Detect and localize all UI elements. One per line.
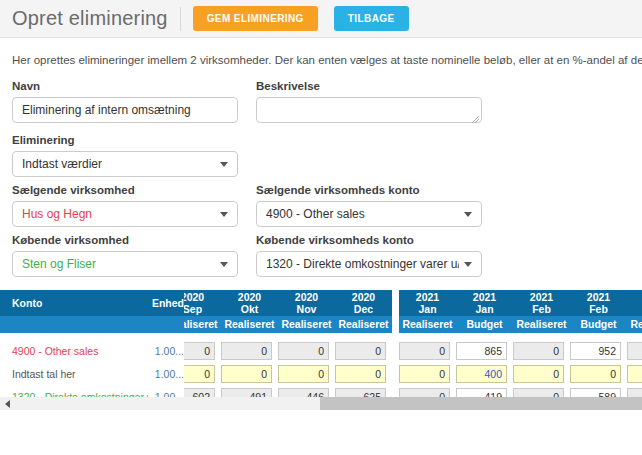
column-type-subheader: Realiseret (335, 316, 392, 333)
editable-value-cell[interactable]: 0 (399, 365, 450, 383)
buying-company-label: Købende virksomhed (12, 234, 238, 246)
month-column: 2021FebRealiseret000 (513, 290, 570, 411)
page-title: Opret eliminering (12, 7, 168, 30)
buying-account-label: Købende virksomheds konto (256, 234, 482, 246)
horizontal-scrollbar[interactable] (0, 397, 642, 410)
konto-column-header: Konto (0, 290, 148, 316)
month-column-header: 2021Jan (399, 290, 456, 316)
elimination-form: Navn Beskrivelse Eliminering Indtast vær (0, 80, 642, 277)
buying-company-select[interactable]: Sten og Fliser (12, 251, 238, 277)
resize-grip-icon (471, 115, 480, 124)
row-account-label: Indtast tal her (0, 365, 148, 383)
row-enhed-value: 1.00... (148, 342, 184, 360)
value-cell[interactable]: 865 (456, 342, 507, 360)
editable-value-cell[interactable]: 400 (456, 365, 507, 383)
selling-company-select[interactable]: Hus og Hegn (12, 201, 238, 227)
save-elimination-button[interactable]: GEM ELIMINERING (193, 6, 318, 31)
month-column-header: 2020Sep (184, 290, 221, 316)
back-button[interactable]: TILBAGE (334, 6, 409, 31)
description-textarea[interactable] (256, 97, 482, 123)
column-type-subheader: Realiseret (184, 316, 221, 333)
month-column: 2021JanRealiseret000 (399, 290, 456, 411)
name-label: Navn (12, 80, 238, 92)
month-column: 2020DecRealiseret00625 (335, 290, 392, 411)
scrollbar-thumb[interactable] (320, 397, 642, 410)
selling-account-select[interactable]: 4900 - Other sales (256, 201, 482, 227)
table-scroll-viewport[interactable]: 2020SepRealiseret006022020OktRealiseret0… (184, 290, 642, 411)
value-cell: 0 (335, 342, 386, 360)
buying-company-value: Sten og Fliser (22, 257, 96, 271)
description-field-group: Beskrivelse (256, 80, 482, 127)
buying-account-select[interactable]: 1320 - Direkte omkostninger varer u/moms… (256, 251, 482, 277)
month-column: 2021FebBudget9520589 (570, 290, 627, 411)
selling-account-group: Sælgende virksomheds konto 4900 - Other … (256, 184, 482, 227)
enhed-subheader (148, 316, 184, 333)
month-column-header: 2020Dec (335, 290, 392, 316)
month-column-header: 2021Feb (513, 290, 570, 316)
column-type-subheader: Realiseret (627, 316, 642, 333)
column-type-subheader: Realiseret (278, 316, 335, 333)
scroll-left-icon[interactable] (5, 400, 10, 408)
intro-text: Her oprettes elimineringer imellem 2 vir… (0, 38, 642, 80)
editable-value-cell[interactable]: 0 (221, 365, 272, 383)
selling-company-label: Sælgende virksomhed (12, 184, 238, 196)
selling-account-label: Sælgende virksomheds konto (256, 184, 482, 196)
month-column-header: 2021Jan (456, 290, 513, 316)
chevron-down-icon (220, 162, 228, 167)
month-column: Realiseret (627, 290, 642, 411)
page: Opret eliminering GEM ELIMINERING TILBAG… (0, 0, 642, 455)
chevron-down-icon (220, 212, 228, 217)
month-column: 2020NovRealiseret00446 (278, 290, 335, 411)
chevron-down-icon (464, 262, 472, 267)
buying-account-group: Købende virksomheds konto 1320 - Direkte… (256, 234, 482, 277)
value-cell: 0 (399, 342, 450, 360)
editable-value-cell[interactable]: 0 (278, 365, 329, 383)
column-type-subheader: Budget (456, 316, 513, 333)
month-column-header: 2020Nov (278, 290, 335, 316)
month-column-header: 2021Feb (570, 290, 627, 316)
editable-value-cell[interactable]: 0 (335, 365, 386, 383)
column-type-subheader: Realiseret (221, 316, 278, 333)
selling-account-value: 4900 - Other sales (266, 207, 365, 221)
value-cell: 0 (221, 342, 272, 360)
value-cell: 0 (184, 342, 215, 360)
elimination-type-value: Indtast værdier (22, 157, 102, 171)
description-label: Beskrivelse (256, 80, 482, 92)
row-account-label: 4900 - Other sales (0, 342, 148, 360)
editable-value-cell[interactable]: 0 (184, 365, 215, 383)
month-column: 2020OktRealiseret00491 (221, 290, 278, 411)
name-field-group: Navn (12, 80, 238, 127)
name-input[interactable] (12, 97, 238, 123)
elimination-table: Konto 4900 - Other salesIndtast tal her1… (0, 290, 642, 411)
chevron-down-icon (220, 262, 228, 267)
month-column-header: 2020Okt (221, 290, 278, 316)
column-type-subheader: Realiseret (399, 316, 456, 333)
selling-company-group: Sælgende virksomhed Hus og Hegn (12, 184, 238, 227)
value-cell: 0 (278, 342, 329, 360)
elimination-type-label: Eliminering (12, 134, 238, 146)
value-cell: 0 (513, 342, 564, 360)
enhed-column: Enhed 1.00...1.00...1.00... (148, 290, 184, 411)
editable-value-cell[interactable]: 0 (513, 365, 564, 383)
column-type-subheader: Realiseret (513, 316, 570, 333)
value-cell (627, 342, 642, 360)
konto-column: Konto 4900 - Other salesIndtast tal her1… (0, 290, 148, 411)
enhed-column-header: Enhed (148, 290, 184, 316)
column-type-subheader: Budget (570, 316, 627, 333)
elimination-type-group: Eliminering Indtast værdier (12, 134, 238, 177)
title-divider (180, 7, 181, 31)
konto-subheader (0, 316, 148, 333)
month-column: 2021JanBudget865400419 (456, 290, 513, 411)
buying-company-group: Købende virksomhed Sten og Fliser (12, 234, 238, 277)
editable-value-cell[interactable] (627, 365, 642, 383)
editable-value-cell[interactable]: 0 (570, 365, 621, 383)
value-cell[interactable]: 952 (570, 342, 621, 360)
selling-company-value: Hus og Hegn (22, 207, 92, 221)
buying-account-value: 1320 - Direkte omkostninger varer u/moms… (266, 257, 459, 271)
month-column-header (627, 290, 642, 316)
month-column: 2020SepRealiseret00602 (184, 290, 221, 411)
elimination-type-select[interactable]: Indtast værdier (12, 151, 238, 177)
chevron-down-icon (464, 212, 472, 217)
row-enhed-value: 1.00... (148, 365, 184, 383)
topbar: Opret eliminering GEM ELIMINERING TILBAG… (0, 0, 642, 38)
